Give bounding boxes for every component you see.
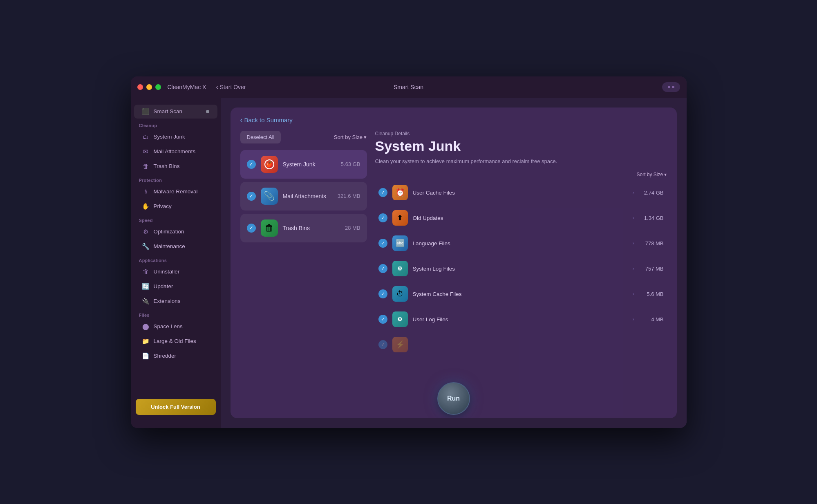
unlock-full-version-button[interactable]: Unlock Full Version xyxy=(136,399,216,415)
sidebar-item-privacy[interactable]: ✋ Privacy xyxy=(134,199,217,213)
sidebar-item-system-junk[interactable]: 🗂 System Junk xyxy=(134,130,217,144)
cleanup-details-label: Cleanup Details xyxy=(375,131,667,137)
detail-row-system-cache[interactable]: ✓ ⏱ System Cache Files › 5.6 MB xyxy=(375,282,667,306)
sort-by-size-button[interactable]: Sort by Size ▾ xyxy=(334,134,367,140)
checkbox-mail-attachments[interactable]: ✓ xyxy=(247,192,256,201)
sidebar-item-updater[interactable]: 🔄 Updater xyxy=(134,280,217,293)
system-junk-label: System Junk xyxy=(283,161,336,168)
detail-sort-button[interactable]: Sort by Size ▾ xyxy=(375,172,667,177)
cleanup-panel: ‹ Back to Summary Deselect All Sort by S… xyxy=(231,108,677,418)
detail-row-language-files[interactable]: ✓ 🔤 Language Files › 778 MB xyxy=(375,231,667,255)
list-item-system-junk[interactable]: ✓ 🍎 System Junk 5.63 GB xyxy=(240,150,367,179)
sidebar-item-malware-removal[interactable]: ⚕ Malware Removal xyxy=(134,185,217,199)
minimize-button[interactable] xyxy=(146,84,152,90)
system-log-size: 757 MB xyxy=(639,266,664,272)
mail-attachments-label: Mail Attachments xyxy=(283,193,333,199)
sidebar-smart-scan-label: Smart Scan xyxy=(154,108,202,114)
language-files-label: Language Files xyxy=(413,240,628,246)
more-options-button[interactable] xyxy=(662,82,680,92)
trash-bins-label: Trash Bins xyxy=(283,225,340,231)
close-button[interactable] xyxy=(137,84,143,90)
sidebar-item-mail-attachments[interactable]: ✉ Mail Attachments xyxy=(134,145,217,159)
app-window: CleanMyMac X ‹ Start Over Smart Scan ⬛ S… xyxy=(131,76,687,428)
chevron-right-icon: › xyxy=(633,316,634,322)
content-area: ‹ Back to Summary Deselect All Sort by S… xyxy=(221,98,687,428)
panel-body: Deselect All Sort by Size ▾ ✓ 🍎 xyxy=(231,124,677,376)
checkbox-system-log[interactable]: ✓ xyxy=(378,264,387,273)
sidebar-item-extensions[interactable]: 🔌 Extensions xyxy=(134,294,217,308)
checkbox-system-cache[interactable]: ✓ xyxy=(378,289,387,298)
checkbox-user-log[interactable]: ✓ xyxy=(378,315,387,324)
list-item-mail-attachments[interactable]: ✓ 📎 Mail Attachments 321.6 MB xyxy=(240,182,367,211)
sidebar-item-smart-scan[interactable]: ⬛ Smart Scan xyxy=(134,105,217,119)
main-layout: ⬛ Smart Scan Cleanup 🗂 System Junk ✉ Mai… xyxy=(131,98,687,428)
back-to-summary-button[interactable]: ‹ Back to Summary xyxy=(240,116,293,124)
old-updates-size: 1.34 GB xyxy=(639,215,664,221)
old-updates-icon: ⬆ xyxy=(392,210,408,226)
system-cache-label: System Cache Files xyxy=(413,291,628,297)
detail-row-partial[interactable]: ✓ ⚡ xyxy=(375,333,667,356)
sidebar-item-uninstaller[interactable]: 🗑 Uninstaller xyxy=(134,265,217,279)
sidebar-item-space-lens[interactable]: ⬤ Space Lens xyxy=(134,320,217,334)
checkbox-partial[interactable]: ✓ xyxy=(378,340,387,349)
checkbox-old-updates[interactable]: ✓ xyxy=(378,213,387,222)
cleanup-list-panel: Deselect All Sort by Size ▾ ✓ 🍎 xyxy=(240,131,367,367)
optimization-icon: ⚙ xyxy=(142,228,150,235)
uninstaller-icon: 🗑 xyxy=(142,268,150,276)
user-log-label: User Log Files xyxy=(413,316,628,323)
user-log-icon: ⚙ xyxy=(392,311,408,327)
chevron-left-icon: ‹ xyxy=(240,116,243,124)
detail-row-user-cache[interactable]: ✓ ⏰ User Cache Files › 2.74 GB xyxy=(375,181,667,204)
run-button-container: Run xyxy=(231,376,677,418)
system-junk-size: 5.63 GB xyxy=(341,161,360,167)
sidebar: ⬛ Smart Scan Cleanup 🗂 System Junk ✉ Mai… xyxy=(131,98,221,428)
user-log-size: 4 MB xyxy=(639,316,664,323)
system-junk-icon: 🗂 xyxy=(142,133,150,141)
sidebar-item-maintenance[interactable]: 🔧 Maintenance xyxy=(134,240,217,253)
list-item-trash-bins[interactable]: ✓ 🗑 Trash Bins 28 MB xyxy=(240,214,367,242)
mail-attachments-icon: 📎 xyxy=(261,188,278,205)
malware-removal-icon: ⚕ xyxy=(142,188,150,195)
app-title: CleanMyMac X xyxy=(168,84,206,90)
user-cache-icon: ⏰ xyxy=(392,185,408,200)
detail-items-list: ✓ ⏰ User Cache Files › 2.74 GB ✓ xyxy=(375,181,667,367)
section-applications-label: Applications xyxy=(131,254,221,264)
detail-row-system-log[interactable]: ✓ ⚙ System Log Files › 757 MB xyxy=(375,257,667,280)
nav-back-button[interactable]: ‹ Start Over xyxy=(216,83,246,91)
svg-text:🍎: 🍎 xyxy=(266,161,273,168)
system-log-label: System Log Files xyxy=(413,266,628,272)
mail-attachments-icon: ✉ xyxy=(142,148,150,155)
system-junk-icon: 🍎 xyxy=(261,156,278,173)
extensions-icon: 🔌 xyxy=(142,298,150,305)
sidebar-item-trash-bins[interactable]: 🗑 Trash Bins xyxy=(134,159,217,173)
detail-panel: Cleanup Details System Junk Clean your s… xyxy=(375,131,667,367)
checkbox-user-cache[interactable]: ✓ xyxy=(378,188,387,197)
maximize-button[interactable] xyxy=(155,84,161,90)
shredder-icon: 📄 xyxy=(142,352,150,360)
section-speed-label: Speed xyxy=(131,214,221,224)
run-button[interactable]: Run xyxy=(437,382,470,415)
system-cache-size: 5.6 MB xyxy=(639,291,664,297)
section-files-label: Files xyxy=(131,309,221,319)
checkbox-system-junk[interactable]: ✓ xyxy=(247,160,256,169)
panel-header: ‹ Back to Summary xyxy=(231,108,677,124)
checkbox-language-files[interactable]: ✓ xyxy=(378,239,387,248)
trash-bins-size: 28 MB xyxy=(345,225,360,231)
sidebar-item-shredder[interactable]: 📄 Shredder xyxy=(134,349,217,363)
detail-category-title: System Junk xyxy=(375,138,667,154)
chevron-right-icon: › xyxy=(633,291,634,297)
chevron-left-icon: ‹ xyxy=(216,83,218,91)
deselect-all-button[interactable]: Deselect All xyxy=(240,131,281,143)
detail-row-user-log[interactable]: ✓ ⚙ User Log Files › 4 MB xyxy=(375,307,667,331)
user-cache-size: 2.74 GB xyxy=(639,190,664,196)
checkbox-trash-bins[interactable]: ✓ xyxy=(247,224,256,233)
updater-icon: 🔄 xyxy=(142,283,150,290)
space-lens-icon: ⬤ xyxy=(142,323,150,330)
system-log-icon: ⚙ xyxy=(392,261,408,276)
language-files-size: 778 MB xyxy=(639,240,664,246)
sidebar-item-large-old-files[interactable]: 📁 Large & Old Files xyxy=(134,334,217,348)
sidebar-item-optimization[interactable]: ⚙ Optimization xyxy=(134,225,217,239)
detail-row-old-updates[interactable]: ✓ ⬆ Old Updates › 1.34 GB xyxy=(375,206,667,230)
section-protection-label: Protection xyxy=(131,174,221,184)
language-files-icon: 🔤 xyxy=(392,235,408,251)
